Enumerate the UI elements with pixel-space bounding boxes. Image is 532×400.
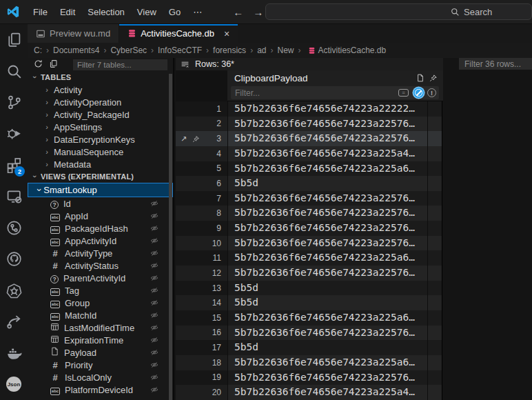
menu-selection[interactable]: Selection (81, 0, 130, 23)
cell-value[interactable]: 5b5d (227, 176, 427, 191)
cell-value[interactable]: 5b7b22636f6e74656e74223a22222… (227, 101, 427, 117)
cell-value[interactable]: 5b7b22636f6e74656e74223a22576… (227, 206, 427, 221)
table-row[interactable]: 2 5b7b22636f6e74656e74223a22576… (176, 117, 459, 132)
table-row[interactable]: 16 5b7b22636f6e74656e74223a22576… (176, 326, 459, 341)
table-row[interactable]: 11 5b7b22636f6e74656e74223a225a6… (176, 250, 459, 266)
sidebar-scrollbar[interactable] (169, 74, 172, 400)
row-number-gutter[interactable]: 2 (176, 117, 227, 132)
table-row[interactable]: 18 5b7b22636f6e74656e74223a225a6… (176, 355, 459, 370)
table-row[interactable]: 12 5b7b22636f6e74656e74223a22576… (176, 266, 459, 281)
git-graph-icon[interactable] (0, 212, 28, 243)
run-debug-icon[interactable] (0, 118, 28, 149)
eye-off-icon[interactable] (150, 336, 158, 346)
column-item[interactable]: abcPackageIdHash (28, 222, 173, 234)
cell-value[interactable]: 5b7b22636f6e74656e74223a225a6… (227, 355, 427, 370)
cell-value[interactable]: 5b7b22636f6e74656e74223a22576… (227, 191, 427, 206)
crumb[interactable]: forensics (202, 46, 246, 55)
row-number-gutter[interactable]: 18 (176, 355, 227, 370)
column-item[interactable]: abcMatchId (28, 309, 173, 321)
column-filter-input[interactable] (231, 88, 398, 98)
row-number-gutter[interactable]: 7 (176, 191, 227, 206)
row-number-gutter[interactable]: 14 (176, 295, 227, 310)
view-item-smartlookup[interactable]: ›SmartLookup (28, 183, 173, 197)
remote-monitor-icon[interactable] (0, 181, 28, 212)
column-item[interactable]: #ActivityType (28, 247, 173, 259)
column-item[interactable]: #Priority (28, 359, 173, 371)
cell-value[interactable]: 5b7b22636f6e74656e74223a22576… (227, 326, 427, 341)
eye-off-icon[interactable] (150, 361, 158, 371)
table-item[interactable]: ›ActivityOperation (28, 96, 173, 108)
table-row[interactable]: 19 5b7b22636f6e74656e74223a22576… (176, 370, 459, 386)
table-row[interactable]: 8 5b7b22636f6e74656e74223a22576… (176, 206, 459, 221)
table-item[interactable]: ›AppSettings (28, 121, 173, 133)
search-sidebar-icon[interactable] (0, 55, 28, 86)
null-filter-icon[interactable] (413, 88, 424, 98)
table-item[interactable]: ›Metadata (28, 158, 173, 170)
crumb[interactable]: ad (246, 46, 266, 55)
cell-value[interactable]: 5b5d (227, 295, 427, 310)
crumb[interactable]: InfoSecCTF (147, 46, 202, 55)
table-item[interactable]: ›Activity_PackageId (28, 108, 173, 121)
close-icon[interactable]: × (224, 28, 229, 39)
column-item[interactable]: #IsLocalOnly (28, 371, 173, 383)
table-row[interactable]: 10 5b7b22636f6e74656e74223a22576… (176, 236, 459, 251)
rows-filter-input[interactable] (459, 58, 532, 70)
kubernetes-icon[interactable] (0, 274, 28, 306)
tables-filter-input[interactable] (73, 59, 167, 70)
cell-value[interactable]: 5b7b22636f6e74656e74223a225a6… (227, 250, 427, 266)
crumb[interactable]: C: (34, 46, 42, 55)
row-number-gutter[interactable]: 6 (176, 176, 227, 191)
menu-file[interactable]: File (27, 0, 54, 23)
json-icon[interactable]: Json (0, 369, 28, 400)
tables-section-header[interactable]: ›TABLES (28, 71, 173, 83)
table-item[interactable]: ›Activity (28, 83, 173, 96)
row-number-gutter[interactable]: 13 (176, 281, 227, 296)
menu-edit[interactable]: Edit (54, 0, 81, 23)
cell-value[interactable]: 5b7b22636f6e74656e74223a225a6… (227, 310, 427, 326)
cell-value[interactable]: 5b7b22636f6e74656e74223a225a4… (227, 146, 427, 161)
cell-value[interactable]: 5b7b22636f6e74656e74223a22576… (227, 370, 427, 386)
table-row[interactable]: 13 5b5d (176, 281, 459, 296)
column-item[interactable]: LastModifiedTime (28, 321, 173, 334)
table-row[interactable]: 1 5b7b22636f6e74656e74223a22222… (176, 101, 459, 117)
eye-off-icon[interactable] (150, 373, 158, 383)
command-center-search[interactable]: Search (265, 3, 532, 20)
column-item[interactable]: ?Id (28, 197, 173, 210)
row-number-gutter[interactable]: 16 (176, 326, 227, 341)
column-header[interactable]: ClipboardPayload = ! (227, 70, 443, 101)
cell-value[interactable]: 5b7b22636f6e74656e74223a22576… (227, 236, 427, 251)
table-row[interactable]: 4 5b7b22636f6e74656e74223a225a4… (176, 146, 459, 161)
row-number-gutter[interactable]: 9 (176, 221, 227, 236)
row-number-gutter[interactable]: 4 (176, 146, 227, 161)
row-number-gutter[interactable]: 5 (176, 161, 227, 177)
column-item[interactable]: abcAppActivityId (28, 234, 173, 247)
pin-icon[interactable] (429, 74, 438, 82)
menu-view[interactable]: View (131, 0, 163, 23)
exact-match-icon[interactable]: = (398, 89, 409, 97)
cell-value[interactable]: 5b7b22636f6e74656e74223a22576… (227, 131, 427, 146)
eye-off-icon[interactable] (150, 323, 158, 334)
menu-go[interactable]: Go (163, 0, 187, 23)
explorer-icon[interactable] (0, 24, 28, 55)
share-arrow-icon[interactable] (0, 306, 28, 337)
cell-value[interactable]: 5b5d (227, 340, 427, 355)
column-item[interactable]: ?ParentActivityId (28, 272, 173, 284)
forward-icon[interactable]: → (253, 6, 263, 18)
eye-off-icon[interactable] (150, 249, 158, 259)
row-number-gutter[interactable]: 1 (176, 101, 227, 117)
row-number-gutter[interactable]: 20 (176, 385, 227, 400)
table-item[interactable]: ›DataEncryptionKeys (28, 133, 173, 146)
eye-off-icon[interactable] (150, 286, 158, 297)
row-number-gutter[interactable]: 10 (176, 236, 227, 251)
github-icon[interactable] (0, 243, 28, 274)
row-number-gutter[interactable]: 11 (176, 250, 227, 266)
row-number-gutter[interactable]: 15 (176, 310, 227, 326)
crumb-file[interactable]: ActivitiesCache.db (294, 46, 387, 55)
source-control-icon[interactable] (0, 87, 28, 118)
crumb[interactable]: CyberSec (99, 46, 147, 55)
docker-icon[interactable] (0, 337, 28, 368)
table-row[interactable]: 14 5b5d (176, 295, 459, 310)
eye-off-icon[interactable] (150, 299, 158, 309)
menu-more[interactable]: ⋯ (187, 0, 208, 23)
views-section-header[interactable]: ›VIEWS (EXPERIMENTAL) (28, 170, 173, 183)
